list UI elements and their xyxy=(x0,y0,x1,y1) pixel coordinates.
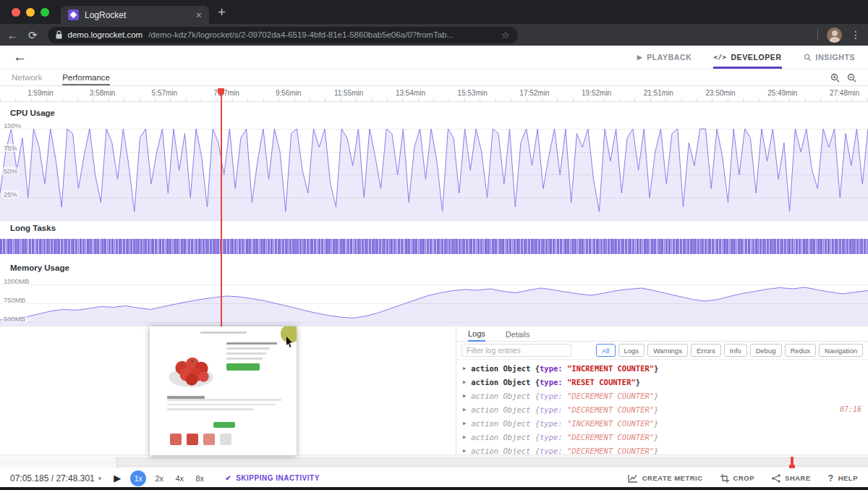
expand-icon[interactable]: ▶ xyxy=(463,393,466,399)
browser-menu-icon[interactable]: ⋮ xyxy=(851,29,861,41)
browser-tab[interactable]: LogRocket × xyxy=(61,6,209,24)
log-row[interactable]: ▶action Object {type: "DECREMENT_COUNTER… xyxy=(456,389,868,402)
timeline-tick[interactable]: 21:51min xyxy=(620,86,682,101)
skipping-inactivity-toggle[interactable]: ✔ SKIPPING INACTIVITY xyxy=(225,474,320,482)
developer-icon: </> xyxy=(713,54,726,61)
timeline-tick[interactable]: 17:52min xyxy=(496,86,558,101)
expand-icon[interactable]: ▶ xyxy=(463,421,466,426)
logs-panel: Logs Details AllLogsWarningsErrorsInfoDe… xyxy=(456,326,868,455)
timeline-tick[interactable]: 23:50min xyxy=(682,86,744,101)
play-button[interactable]: ▶ xyxy=(114,473,121,483)
log-filter-logs[interactable]: Logs xyxy=(618,344,645,357)
new-tab-button[interactable]: + xyxy=(218,4,226,20)
bookmark-star-icon[interactable]: ☆ xyxy=(501,30,510,41)
expand-icon[interactable]: ▶ xyxy=(463,434,466,440)
browser-toolbar-right: ⋮ xyxy=(817,28,861,43)
timeline-tick[interactable]: 11:55min xyxy=(310,86,373,101)
log-key: type: xyxy=(540,392,567,400)
window-bottom-edge xyxy=(0,487,868,490)
log-key: type: xyxy=(540,378,567,386)
app-back-button[interactable]: ← xyxy=(13,49,27,65)
log-row[interactable]: ▶action Object {type: "DECREMENT_COUNTER… xyxy=(456,430,868,444)
log-filter-all[interactable]: All xyxy=(596,344,616,357)
session-preview[interactable] xyxy=(150,326,297,455)
share-button[interactable]: SHARE xyxy=(772,474,811,483)
log-row[interactable]: ▶action Object {type: "DECREMENT_COUNTER… xyxy=(456,444,868,455)
tab-performance[interactable]: Performance xyxy=(62,73,110,85)
log-filter-navigation[interactable]: Navigation xyxy=(819,344,863,357)
nav-insights-label: INSIGHTS xyxy=(816,53,855,62)
reload-icon[interactable]: ⟳ xyxy=(28,30,38,41)
log-row[interactable]: ▶action Object {type: "INCREMENT_COUNTER… xyxy=(456,416,868,430)
timeline-ruler[interactable]: 1:59min3:58min5:57min7:57min9:56min11:55… xyxy=(0,86,868,102)
long-tasks-strip[interactable] xyxy=(0,239,868,254)
timeline-tick[interactable]: 7:57min xyxy=(186,86,248,101)
cpu-ytick-100: 100% xyxy=(2,122,22,130)
address-bar[interactable]: demo.logrocket.com /demo-kdz7k/logrocket… xyxy=(48,27,518,43)
preview-section-heading xyxy=(167,396,205,399)
log-filter-errors[interactable]: Errors xyxy=(691,344,721,357)
expand-icon[interactable]: ▶ xyxy=(463,379,466,385)
time-display[interactable]: 07:05.185 / 27:48.301 ▾ xyxy=(10,473,101,483)
window-close-button[interactable] xyxy=(12,8,20,17)
timeline-tick[interactable]: 13:54min xyxy=(372,86,434,101)
window-zoom-button[interactable] xyxy=(41,8,49,17)
nav-playback-label: PLAYBACK xyxy=(647,53,692,62)
memory-usage-chart[interactable] xyxy=(0,279,868,326)
log-prefix: action Object { xyxy=(471,433,540,442)
zoom-out-icon[interactable] xyxy=(847,73,856,83)
zoom-in-icon[interactable] xyxy=(830,73,840,83)
crop-button[interactable]: CROP xyxy=(720,474,754,483)
log-filter-redux[interactable]: Redux xyxy=(785,344,816,357)
create-metric-label: CREATE METRIC xyxy=(642,474,703,482)
nav-developer[interactable]: </> DEVELOPER xyxy=(713,46,781,69)
log-value: "INCREMENT_COUNTER" xyxy=(567,364,654,373)
timeline-tick[interactable]: 3:58min xyxy=(62,86,124,101)
timeline-tick[interactable]: 9:56min xyxy=(248,86,310,101)
log-key: type: xyxy=(540,447,567,455)
cpu-usage-chart[interactable] xyxy=(0,121,868,221)
log-row[interactable]: ▶action Object {type: "INCREMENT_COUNTER… xyxy=(456,361,868,375)
expand-icon[interactable]: ▶ xyxy=(463,366,466,371)
log-filter-info[interactable]: Info xyxy=(724,344,747,357)
log-row[interactable]: ▶action Object {type: "RESET_COUNTER"} xyxy=(456,375,868,389)
preview-thumbnails xyxy=(170,434,231,445)
tab-close-icon[interactable]: × xyxy=(196,10,202,20)
log-key: type: xyxy=(540,405,567,414)
speed-button-1x[interactable]: 1x xyxy=(130,470,146,486)
window-minimize-button[interactable] xyxy=(26,8,35,17)
create-metric-button[interactable]: CREATE METRIC xyxy=(628,474,703,483)
nav-insights[interactable]: INSIGHTS xyxy=(804,46,855,69)
help-button[interactable]: ? HELP xyxy=(828,473,858,483)
window-controls xyxy=(0,8,61,17)
tab-details[interactable]: Details xyxy=(506,330,530,341)
log-suffix: } xyxy=(636,378,640,386)
speed-button-2x[interactable]: 2x xyxy=(152,474,166,483)
tab-logs[interactable]: Logs xyxy=(468,329,485,342)
playback-icon: ▶ xyxy=(637,54,643,61)
log-filter-warnings[interactable]: Warnings xyxy=(647,344,688,357)
chevron-down-icon: ▾ xyxy=(98,475,102,482)
speed-button-4x[interactable]: 4x xyxy=(172,474,187,483)
log-filter-debug[interactable]: Debug xyxy=(750,344,782,357)
expand-icon[interactable]: ▶ xyxy=(463,407,466,413)
browser-tab-strip: LogRocket × + xyxy=(0,0,868,24)
playhead-line[interactable] xyxy=(221,90,222,326)
browser-back-icon[interactable]: ← xyxy=(7,30,18,41)
scrubber-handle[interactable] xyxy=(791,457,793,468)
timeline-tick[interactable]: 1:59min xyxy=(0,86,62,101)
profile-avatar[interactable] xyxy=(827,28,842,43)
nav-playback[interactable]: ▶ PLAYBACK xyxy=(637,46,692,69)
timeline-scrubber[interactable] xyxy=(0,455,868,469)
timeline-tick[interactable]: 19:52min xyxy=(558,86,620,101)
tab-network[interactable]: Network xyxy=(12,73,42,85)
log-row[interactable]: ▶action Object {type: "DECREMENT_COUNTER… xyxy=(456,402,868,416)
scrubber-track[interactable] xyxy=(0,457,868,467)
timeline-tick[interactable]: 25:49min xyxy=(744,86,807,101)
timeline-tick[interactable]: 5:57min xyxy=(124,86,186,101)
expand-icon[interactable]: ▶ xyxy=(463,448,466,454)
timeline-tick[interactable]: 27:48min xyxy=(806,86,868,101)
speed-button-8x[interactable]: 8x xyxy=(192,474,207,483)
timeline-tick[interactable]: 15:53min xyxy=(434,86,496,101)
log-filter-input[interactable] xyxy=(461,344,571,357)
